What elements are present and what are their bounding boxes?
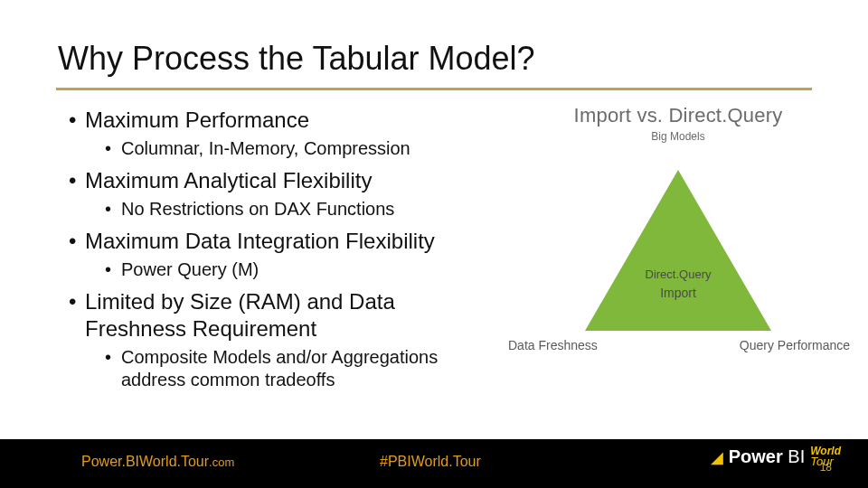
triangle-icon — [583, 168, 773, 335]
title-rule — [56, 88, 812, 90]
bullet-1: •Maximum Performance — [69, 107, 485, 134]
chevron-icon: ◢ — [711, 447, 723, 467]
bullet-4: •Limited by Size (RAM) and Data Freshnes… — [69, 288, 485, 343]
figure-label-import: Import — [506, 286, 850, 300]
slide-title: Why Process the Tabular Model? — [58, 40, 535, 78]
bullet-4-sub: •Composite Models and/or Aggregations ad… — [69, 346, 485, 391]
slide: Why Process the Tabular Model? •Maximum … — [0, 0, 868, 488]
bullet-2-sub: •No Restrictions on DAX Functions — [69, 198, 485, 221]
bullet-1-sub: •Columnar, In-Memory, Compression — [69, 137, 485, 160]
bullet-3-sub: •Power Query (M) — [69, 258, 485, 281]
footer: Power.BIWorld.Tour.com #PBIWorld.Tour ◢ … — [0, 439, 868, 488]
figure-triangle: Direct.Query Import Data Freshness Query… — [506, 168, 850, 358]
figure: Import vs. Direct.Query Big Models Direc… — [506, 104, 850, 358]
figure-subtitle: Big Models — [506, 130, 850, 143]
figure-label-directquery: Direct.Query — [506, 267, 850, 281]
footer-url: Power.BIWorld.Tour.com — [81, 454, 234, 470]
footer-hashtag: #PBIWorld.Tour — [380, 454, 481, 470]
figure-title: Import vs. Direct.Query — [506, 104, 850, 127]
figure-label-right: Query Performance — [740, 338, 850, 352]
logo-text: Power BI — [729, 446, 805, 467]
figure-label-left: Data Freshness — [508, 338, 598, 352]
bullet-2: •Maximum Analytical Flexibility — [69, 167, 485, 194]
page-number: 18 — [820, 461, 832, 474]
bullet-3: •Maximum Data Integration Flexibility — [69, 228, 485, 255]
bullet-list: •Maximum Performance •Columnar, In-Memor… — [69, 101, 485, 399]
svg-marker-0 — [585, 170, 771, 331]
